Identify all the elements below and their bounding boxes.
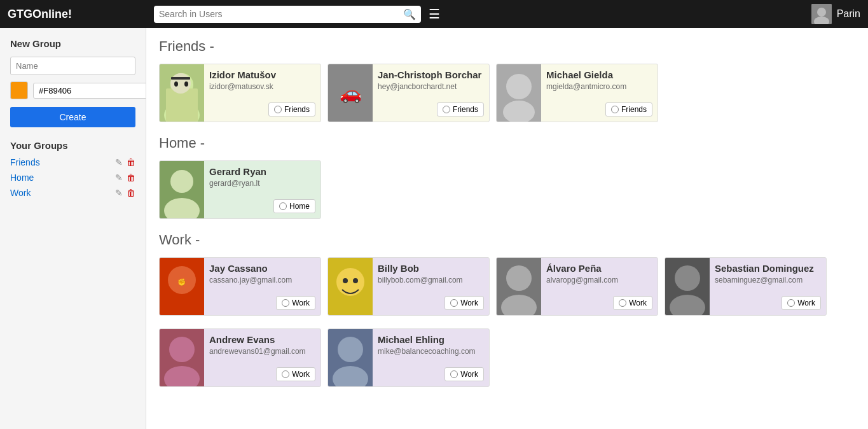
- search-box[interactable]: 🔍: [154, 6, 421, 23]
- svg-point-1: [817, 8, 826, 17]
- avatar-9: [160, 329, 204, 386]
- color-row: [10, 81, 135, 99]
- work-btn-9[interactable]: Work: [276, 367, 315, 381]
- avatar-5: ✊: [160, 258, 204, 315]
- svg-point-17: [170, 170, 193, 193]
- svg-text:✊: ✊: [177, 278, 186, 286]
- work-delete-icon[interactable]: 🗑: [127, 188, 135, 198]
- user-email-10: mike@balancecoaching.com: [378, 347, 484, 356]
- btn-circle-icon-4: [279, 202, 287, 210]
- btn-label-9: Work: [292, 370, 310, 379]
- user-card-6: Billy Bob billybob.com@gmail.com Work: [327, 257, 490, 316]
- btn-label-2: Friends: [453, 105, 478, 114]
- avatar-8: [665, 258, 710, 315]
- work-btn-8[interactable]: Work: [782, 296, 821, 310]
- friends-icons: ✎ 🗑: [115, 157, 135, 167]
- user-card-body-3: Michael Gielda mgielda@antmicro.com Frie…: [541, 64, 658, 122]
- work-btn-7[interactable]: Work: [613, 296, 652, 310]
- btn-label-6: Work: [460, 299, 478, 307]
- btn-circle-icon-1: [274, 106, 282, 113]
- user-email-8: sebaminguez@gmail.com: [715, 276, 821, 285]
- work-edit-icon[interactable]: ✎: [115, 188, 123, 198]
- user-card-8: Sebastian Dominguez sebaminguez@gmail.co…: [665, 257, 827, 316]
- content-area: Friends - Izidor Matušov izidor@matusov.…: [146, 28, 868, 429]
- svg-text:🚗: 🚗: [340, 83, 362, 104]
- work-cards-row2: Andrew Evans andrewevans01@gmail.com Wor…: [159, 328, 855, 387]
- avatar-10: [328, 329, 373, 386]
- friends-btn-1[interactable]: Friends: [268, 102, 315, 116]
- svg-point-30: [675, 265, 700, 291]
- avatar-7: [497, 258, 541, 315]
- sidebar-item-work: Work ✎ 🗑: [10, 188, 135, 198]
- main-layout: New Group Create Your Groups Friends ✎ 🗑…: [0, 28, 868, 429]
- search-icon[interactable]: 🔍: [403, 8, 416, 20]
- color-swatch[interactable]: [10, 81, 28, 99]
- avatar-2: 🚗: [328, 64, 373, 122]
- friends-btn-2[interactable]: Friends: [437, 102, 484, 116]
- home-delete-icon[interactable]: 🗑: [127, 172, 135, 183]
- user-name: Parin: [837, 8, 860, 20]
- btn-label-5: Work: [292, 299, 310, 307]
- svg-point-23: [336, 268, 364, 296]
- work-cards: ✊ Jay Cassano cassano.jay@gmail.com Work: [159, 257, 855, 316]
- user-email-1: izidor@matusov.sk: [209, 82, 315, 91]
- user-name-3: Michael Gielda: [546, 69, 652, 80]
- sidebar-item-friends-label[interactable]: Friends: [10, 157, 115, 167]
- user-email-5: cassano.jay@gmail.com: [209, 276, 315, 285]
- header: GTGOnline! 🔍 ☰ Parin: [0, 0, 868, 28]
- sidebar-item-work-label[interactable]: Work: [10, 188, 115, 198]
- user-name-7: Álvaro Peña: [546, 263, 652, 274]
- work-section-title: Work -: [159, 232, 855, 248]
- home-btn-4[interactable]: Home: [273, 199, 315, 213]
- btn-label-3: Friends: [621, 105, 647, 114]
- btn-circle-icon-2: [443, 106, 450, 113]
- svg-point-33: [169, 337, 195, 362]
- svg-point-36: [338, 337, 363, 362]
- btn-circle-icon-7: [619, 299, 626, 307]
- friends-edit-icon[interactable]: ✎: [115, 157, 123, 167]
- sidebar: New Group Create Your Groups Friends ✎ 🗑…: [0, 28, 146, 429]
- user-card-body-2: Jan-Christoph Borchar hey@jancborchardt.…: [373, 64, 489, 122]
- user-card-body-9: Andrew Evans andrewevans01@gmail.com Wor…: [204, 329, 320, 386]
- work-btn-6[interactable]: Work: [444, 296, 484, 310]
- avatar: [811, 4, 832, 24]
- user-name-5: Jay Cassano: [209, 263, 315, 274]
- user-name-9: Andrew Evans: [209, 334, 315, 345]
- user-email-6: billybob.com@gmail.com: [378, 276, 484, 285]
- user-card-10: Michael Ehling mike@balancecoaching.com …: [327, 328, 490, 387]
- friends-btn-3[interactable]: Friends: [605, 102, 652, 116]
- avatar-3: [497, 64, 541, 122]
- color-input[interactable]: [33, 83, 146, 99]
- grid-icon[interactable]: ☰: [429, 6, 440, 22]
- sidebar-item-home-label[interactable]: Home: [10, 172, 115, 183]
- work-btn-5[interactable]: Work: [276, 296, 315, 310]
- user-card-body-4: Gerard Ryan gerard@ryan.lt Home: [204, 161, 320, 218]
- user-card-9: Andrew Evans andrewevans01@gmail.com Wor…: [159, 328, 321, 387]
- create-button[interactable]: Create: [10, 107, 135, 127]
- user-name-1: Izidor Matušov: [209, 69, 315, 80]
- search-input[interactable]: [159, 9, 403, 19]
- friends-delete-icon[interactable]: 🗑: [127, 157, 135, 167]
- work-btn-10[interactable]: Work: [444, 367, 484, 381]
- user-name-10: Michael Ehling: [378, 334, 484, 345]
- btn-circle-icon-3: [611, 106, 619, 113]
- home-section-title: Home -: [159, 135, 855, 151]
- svg-point-24: [343, 278, 348, 283]
- group-name-input[interactable]: [10, 57, 135, 75]
- user-name-4: Gerard Ryan: [209, 166, 315, 177]
- home-edit-icon[interactable]: ✎: [115, 172, 123, 183]
- user-card-4: Gerard Ryan gerard@ryan.lt Home: [159, 160, 321, 219]
- avatar-6: [328, 258, 373, 315]
- btn-circle-icon-9: [282, 370, 289, 378]
- home-section: Home - Gerard Ryan gerard@ryan.lt Home: [159, 135, 855, 219]
- friends-cards: Izidor Matušov izidor@matusov.sk Friends…: [159, 64, 855, 122]
- sidebar-item-home: Home ✎ 🗑: [10, 172, 135, 183]
- user-card-body-6: Billy Bob billybob.com@gmail.com Work: [373, 258, 489, 315]
- btn-label-7: Work: [629, 299, 647, 307]
- svg-point-27: [506, 265, 532, 291]
- home-cards: Gerard Ryan gerard@ryan.lt Home: [159, 160, 855, 219]
- work-section: Work - ✊ Jay Cassano cassano.jay@gmail.c…: [159, 232, 855, 387]
- brand-logo: GTGOnline!: [8, 8, 154, 21]
- btn-label-10: Work: [460, 370, 478, 379]
- user-card-body-7: Álvaro Peña alvaropg@gmail.com Work: [541, 258, 658, 315]
